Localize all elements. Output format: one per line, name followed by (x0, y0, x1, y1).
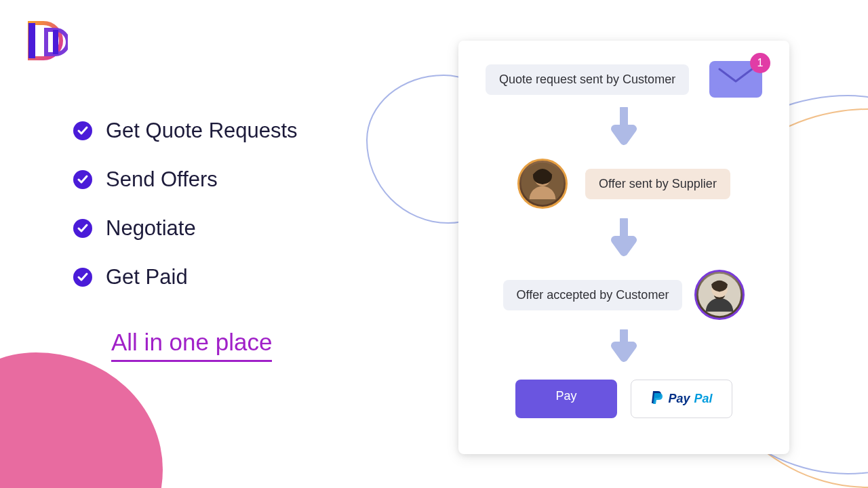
arrow-down-icon (611, 218, 637, 260)
step-offer-sent: Offer sent by Supplier (585, 169, 730, 199)
check-circle-icon (73, 268, 92, 287)
feature-list: Get Quote Requests Send Offers Negotiate… (73, 119, 298, 362)
arrow-down-icon (611, 107, 637, 149)
feature-item: Get Quote Requests (73, 119, 298, 143)
feature-label: Get Paid (106, 265, 188, 289)
feature-label: Get Quote Requests (106, 119, 298, 143)
check-circle-icon (73, 219, 92, 238)
pay-button[interactable]: Pay (515, 380, 617, 418)
step-quote-request: Quote request sent by Customer (486, 64, 689, 95)
paypal-text-pal: Pal (694, 392, 713, 406)
customer-avatar (694, 270, 745, 320)
step-offer-accepted: Offer accepted by Customer (503, 280, 683, 310)
tagline: All in one place (111, 329, 272, 362)
feature-label: Negotiate (106, 216, 196, 241)
feature-item: Negotiate (73, 216, 298, 241)
decorative-blob-pink (0, 352, 163, 488)
feature-item: Send Offers (73, 167, 298, 192)
notification-envelope[interactable]: 1 (709, 61, 762, 98)
app-logo (22, 18, 68, 64)
paypal-button[interactable]: PayPal (631, 380, 732, 418)
svg-rect-0 (28, 23, 35, 58)
feature-label: Send Offers (106, 167, 218, 192)
supplier-avatar (517, 159, 568, 209)
arrow-down-icon (611, 329, 637, 366)
svg-rect-1 (53, 30, 58, 54)
feature-item: Get Paid (73, 265, 298, 289)
workflow-card: Quote request sent by Customer 1 Offer s… (458, 41, 789, 454)
check-circle-icon (73, 170, 92, 189)
notification-badge: 1 (750, 53, 770, 73)
check-circle-icon (73, 121, 92, 140)
paypal-logo-icon (650, 390, 664, 408)
paypal-text-pay: Pay (668, 392, 690, 406)
